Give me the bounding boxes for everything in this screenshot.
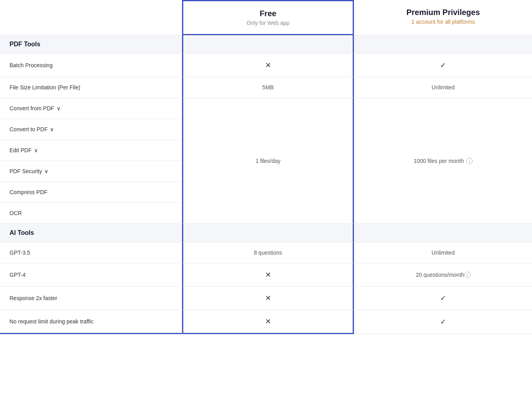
- premium-plan-sub: 1 account for all platforms: [364, 19, 522, 25]
- free-plan-sub: Only for Web app: [193, 20, 343, 26]
- feature-edit-pdf[interactable]: Edit PDF ∨: [0, 140, 182, 161]
- feature-gpt35: GPT-3.5: [0, 242, 182, 263]
- premium-middle-value: 1000 files per month: [414, 158, 464, 164]
- premium-file-size-value: Unlimited: [431, 84, 454, 91]
- info-icon-middle: i: [466, 158, 473, 164]
- merged-middle-block: Convert from PDF ∨ Convert to PDF ∨ Edit…: [0, 98, 532, 224]
- premium-file-size: Unlimited: [354, 77, 532, 98]
- cross-icon-response: ✕: [265, 294, 271, 302]
- free-file-size: 5MB: [182, 77, 354, 98]
- free-batch-processing: ✕: [182, 54, 354, 77]
- feature-ocr: OCR: [0, 203, 182, 224]
- free-plan-name: Free: [193, 9, 343, 18]
- feature-convert-from-pdf[interactable]: Convert from PDF ∨: [0, 98, 182, 119]
- feature-response-faster: Response 2x faster: [0, 287, 182, 310]
- free-no-request-limit: ✕: [182, 310, 354, 334]
- section-pdf-tools-free: [182, 35, 354, 54]
- premium-response-faster: ✓: [354, 287, 532, 310]
- header-feature-col: [0, 0, 182, 35]
- premium-plan-name: Premium Privileges: [364, 8, 522, 17]
- section-pdf-tools-premium: [354, 35, 532, 54]
- feature-file-size: File Size Limitation (Per File): [0, 77, 182, 98]
- multi-feature-col: Convert from PDF ∨ Convert to PDF ∨ Edit…: [0, 98, 182, 224]
- chevron-edit-pdf: ∨: [34, 147, 38, 153]
- cross-icon-batch: ✕: [265, 61, 271, 70]
- free-gpt4: ✕: [182, 263, 354, 287]
- info-icon-gpt4: i: [464, 272, 471, 278]
- cross-icon-gpt4: ✕: [265, 270, 271, 279]
- free-gpt35: 8 questions: [182, 242, 354, 263]
- chevron-convert-from-pdf: ∨: [57, 105, 61, 112]
- free-gpt35-value: 8 questions: [254, 249, 282, 256]
- free-file-size-value: 5MB: [262, 84, 274, 91]
- premium-gpt4: 20 questions/month i: [354, 263, 532, 287]
- section-ai-tools: AI Tools: [0, 224, 182, 242]
- free-response-faster: ✕: [182, 287, 354, 310]
- section-ai-tools-free: [182, 224, 354, 242]
- feature-compress-pdf: Compress PDF: [0, 182, 182, 203]
- multi-premium-middle: 1000 files per month i: [354, 98, 532, 224]
- section-ai-tools-premium: [354, 224, 532, 242]
- feature-gpt4: GPT-4: [0, 263, 182, 287]
- check-icon-norequest: ✓: [440, 318, 446, 326]
- premium-gpt35: Unlimited: [354, 242, 532, 263]
- premium-no-request-limit: ✓: [354, 310, 532, 334]
- check-icon-response: ✓: [440, 294, 446, 302]
- premium-batch-processing: ✓: [354, 54, 532, 77]
- premium-gpt35-value: Unlimited: [431, 249, 454, 256]
- chevron-convert-to-pdf: ∨: [50, 126, 54, 132]
- check-icon-batch: ✓: [440, 61, 446, 70]
- feature-batch-processing: Batch Processing: [0, 54, 182, 77]
- header-premium-col: Premium Privileges 1 account for all pla…: [354, 0, 532, 35]
- feature-pdf-security[interactable]: PDF Security ∨: [0, 161, 182, 182]
- feature-convert-to-pdf[interactable]: Convert to PDF ∨: [0, 119, 182, 140]
- section-pdf-tools: PDF Tools: [0, 35, 182, 54]
- free-middle-value: 1 files/day: [255, 158, 280, 164]
- cross-icon-norequest: ✕: [265, 317, 271, 326]
- chevron-pdf-security: ∨: [44, 168, 48, 174]
- multi-free-middle: 1 files/day: [182, 98, 354, 224]
- header-free-col: Free Only for Web app: [182, 0, 354, 35]
- feature-no-request-limit: No request limit during peak traffic: [0, 310, 182, 334]
- premium-gpt4-value: 20 questions/month: [416, 272, 464, 278]
